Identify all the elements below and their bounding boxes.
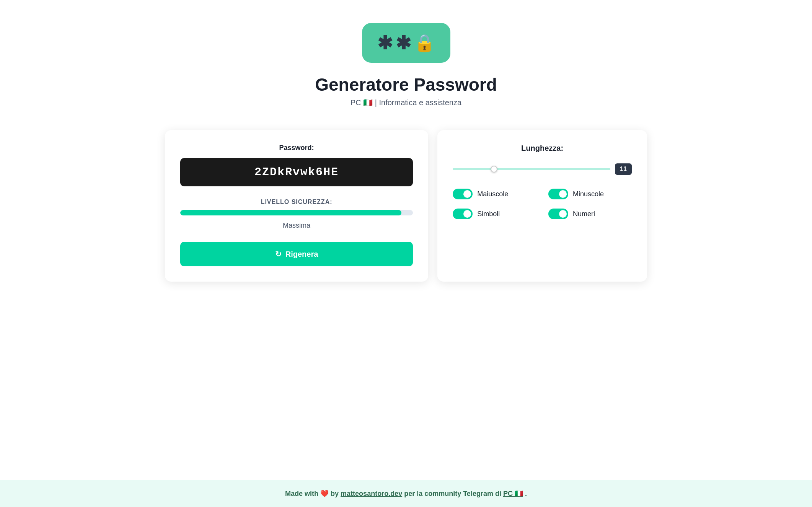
- toggle-numeri-slider: [548, 209, 568, 219]
- simboli-label: Simboli: [477, 210, 500, 218]
- heart-icon: ❤️: [320, 490, 329, 497]
- refresh-icon: ↻: [275, 249, 282, 259]
- toggle-maiuscole-slider: [453, 189, 473, 199]
- password-label: Password:: [279, 144, 314, 152]
- rigenera-button[interactable]: ↻ Rigenera: [180, 242, 413, 266]
- minuscole-label: Minuscole: [573, 190, 604, 198]
- title-area: Generatore Password PC 🇮🇹 | Informatica …: [315, 74, 497, 107]
- numeri-label: Numeri: [573, 210, 595, 218]
- toggle-simboli[interactable]: [453, 209, 473, 219]
- rigenera-label: Rigenera: [285, 250, 318, 259]
- lunghezza-label: Lunghezza:: [521, 144, 563, 153]
- toggle-row-maiuscole: Maiuscole: [453, 189, 536, 199]
- security-bar-track: [180, 210, 413, 215]
- slider-value-badge: 11: [615, 163, 632, 175]
- security-bar-fill: [180, 210, 401, 215]
- footer: Made with ❤️ by matteosantoro.dev per la…: [0, 480, 812, 507]
- logo-pill: ✱ ✱ 🔒: [362, 23, 450, 63]
- toggle-row-minuscole: Minuscole: [548, 189, 632, 199]
- toggle-row-numeri: Numeri: [548, 209, 632, 219]
- pc-link[interactable]: PC 🇮🇹: [503, 490, 523, 497]
- logo-area: ✱ ✱ 🔒: [362, 23, 450, 63]
- made-with-text: Made with: [285, 490, 318, 497]
- page-subtitle: PC 🇮🇹 | Informatica e assistenza: [315, 98, 497, 107]
- asterisk1-icon: ✱: [377, 32, 393, 54]
- author-link[interactable]: matteosantoro.dev: [341, 490, 402, 497]
- period: .: [525, 490, 527, 497]
- toggle-row-simboli: Simboli: [453, 209, 536, 219]
- password-value: 2ZDkRvwk6HE: [254, 166, 339, 179]
- toggle-minuscole[interactable]: [548, 189, 568, 199]
- length-slider[interactable]: [453, 168, 610, 170]
- asterisk2-icon: ✱: [396, 32, 411, 54]
- toggle-minuscole-slider: [548, 189, 568, 199]
- left-card: Password: 2ZDkRvwk6HE LIVELLO SICUREZZA:…: [165, 130, 428, 282]
- toggle-numeri[interactable]: [548, 209, 568, 219]
- by-text: by: [331, 490, 339, 497]
- cards-row: Password: 2ZDkRvwk6HE LIVELLO SICUREZZA:…: [165, 130, 647, 282]
- password-display: 2ZDkRvwk6HE: [180, 158, 413, 186]
- per-text: per la community Telegram di: [404, 490, 501, 497]
- toggle-maiuscole[interactable]: [453, 189, 473, 199]
- page-title: Generatore Password: [315, 74, 497, 95]
- slider-row: 11: [453, 163, 632, 175]
- security-label: LIVELLO SICUREZZA:: [261, 199, 333, 205]
- security-level-text: Massima: [283, 222, 310, 230]
- maiuscole-label: Maiuscole: [477, 190, 508, 198]
- lock-icon: 🔒: [414, 33, 435, 53]
- right-card: Lunghezza: 11 Maiuscole: [437, 130, 647, 282]
- toggle-simboli-slider: [453, 209, 473, 219]
- toggles-grid: Maiuscole Minuscole Simboli: [453, 189, 632, 219]
